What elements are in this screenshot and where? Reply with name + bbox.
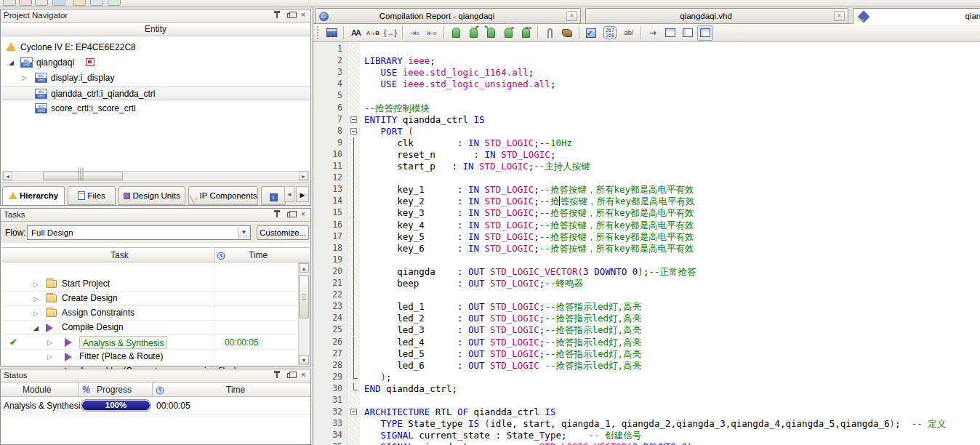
task-row[interactable]: ▷Start Project — [2, 277, 297, 292]
tab-scroll-left-icon[interactable]: ◄ — [284, 186, 294, 202]
close-icon[interactable]: × — [566, 11, 577, 21]
tab-scroll-right-icon[interactable]: ► — [296, 186, 309, 202]
macro-icon[interactable] — [559, 25, 575, 41]
float-icon[interactable] — [285, 371, 295, 380]
toolbar-icon-partial[interactable] — [19, 0, 32, 6]
tree-item[interactable]: ◢abcVHDqiangdaqi — [1, 55, 310, 70]
code-line[interactable]: led_6 : OUT STD_LOGIC --抢答指示led灯,高亮 — [364, 360, 641, 372]
unindent-icon[interactable]: ⇤≡ — [424, 25, 440, 41]
time-column-header[interactable]: Time — [249, 248, 268, 262]
indent-icon[interactable]: ⇥≡ — [406, 25, 422, 41]
progress-column-header[interactable]: Progress — [97, 382, 132, 397]
scroll-up-icon[interactable]: ▲ — [299, 263, 309, 273]
customize-button[interactable]: Customize... — [257, 225, 309, 240]
code-line[interactable]: key_5 : IN STD_LOGIC;--抢答按键，所有key都是高电平有效 — [364, 231, 694, 244]
code-line[interactable]: TYPE State_type IS (idle, start, qiangda… — [364, 418, 946, 430]
code-line[interactable]: led_5 : OUT STD_LOGIC;--抢答指示led灯,高亮 — [364, 348, 641, 361]
float-icon[interactable] — [285, 11, 295, 20]
code-line[interactable]: LIBRARY ieee; — [364, 55, 435, 66]
tree-item[interactable]: abcVHDscore_crtl:i_score_crtl — [1, 101, 310, 116]
close-icon[interactable]: × — [298, 210, 308, 220]
code-line[interactable]: --抢答控制模块 — [364, 103, 430, 115]
expand-icon[interactable]: ▷ — [33, 277, 39, 292]
code-line[interactable]: led_3 : OUT STD_LOGIC;--抢答指示led灯,高亮 — [364, 324, 641, 337]
code-line[interactable]: led_4 : OUT STD_LOGIC;--抢答指示led灯,高亮 — [364, 337, 641, 349]
code-line[interactable]: END qiandda_ctrl; — [364, 383, 457, 394]
code-line[interactable]: start_p : IN STD_LOGIC;--主持人按键 — [364, 161, 590, 173]
toolbar-icon-partial[interactable] — [35, 0, 48, 6]
time-column-header[interactable]: Time — [226, 382, 245, 397]
task-row[interactable]: ▷Create Design — [2, 292, 297, 306]
tab-hierarchy[interactable]: Hierarchy — [2, 186, 65, 205]
navigator-hscrollbar[interactable]: ◄ ► — [2, 171, 309, 181]
code-line[interactable]: USE ieee.std_logic_1164.all; — [364, 67, 534, 78]
collapse-icon[interactable]: ◢ — [9, 55, 14, 70]
syntax-check-icon[interactable]: ✓ — [583, 25, 599, 41]
flow-dropdown[interactable]: Full Design ▼ — [27, 225, 251, 240]
editor-tab[interactable]: qiangdaqi.vhd× — [585, 8, 848, 24]
task-row[interactable]: ◢Compile Design — [2, 321, 297, 335]
tab-design-units[interactable]: Design Units — [119, 186, 185, 205]
scrollbar-thumb[interactable] — [299, 275, 309, 318]
expand-icon[interactable]: ▷ — [47, 335, 52, 350]
pin-icon[interactable] — [272, 11, 282, 20]
toolbar-icon-partial[interactable] — [52, 0, 65, 6]
task-row[interactable]: ▷Assign Constraints — [2, 306, 297, 321]
attach-icon[interactable] — [542, 25, 558, 41]
match-brace-icon[interactable]: {→} — [382, 25, 398, 41]
collapse-icon[interactable]: ◢ — [33, 321, 39, 335]
module-column-header[interactable]: Module — [23, 382, 51, 397]
bookmark-toggle-icon[interactable] — [448, 25, 464, 41]
fold-collapse-icon[interactable] — [350, 116, 357, 123]
fold-collapse-icon[interactable] — [350, 409, 357, 415]
code-line[interactable]: key_3 : IN STD_LOGIC;--抢答按键，所有key都是高电平有效 — [364, 207, 694, 220]
code-line[interactable]: beep : OUT STD_LOGIC;--蜂鸣器 — [364, 278, 583, 290]
close-icon[interactable]: × — [298, 11, 308, 20]
code-line[interactable]: clk : IN STD_LOGIC;--10Hz — [364, 137, 572, 148]
scrollbar-thumb[interactable] — [43, 172, 123, 180]
pin-icon[interactable] — [272, 210, 282, 220]
pane-right-icon[interactable] — [680, 25, 696, 41]
code-line[interactable]: ENTITY qiandda_ctrl IS — [364, 114, 485, 125]
bookmark-delete-icon[interactable]: × — [500, 25, 516, 41]
bookmark-previous-icon[interactable]: ↰ — [483, 25, 499, 41]
scroll-left-icon[interactable]: ◄ — [3, 172, 12, 180]
register-window-icon[interactable] — [324, 25, 340, 41]
pane-full-icon[interactable] — [697, 25, 713, 41]
tab-ip-components[interactable]: IP Components — [188, 186, 258, 205]
code-line[interactable]: PORT ( — [364, 126, 414, 137]
code-line[interactable]: key_1 : IN STD_LOGIC;--抢答按键，所有key都是高电平有效 — [364, 184, 694, 196]
close-icon[interactable]: × — [834, 11, 845, 21]
bookmark-next-icon[interactable]: ↱ — [465, 25, 481, 41]
pane-bottom-icon[interactable] — [662, 25, 678, 41]
toolbar-icon-partial[interactable] — [73, 0, 86, 6]
bookmark-delete-all-icon[interactable]: ×× — [518, 25, 534, 41]
entity-column-header[interactable]: Entity — [1, 23, 310, 36]
tree-item-selected[interactable]: abcVHDqiandda_ctrl:i_qiandda_ctrl — [1, 86, 310, 100]
code-line[interactable]: ARCHITECTURE RTL OF qiandda_ctrl IS — [364, 406, 555, 417]
tab-files[interactable]: Files — [68, 186, 116, 205]
task-column-header[interactable]: Task — [111, 248, 129, 262]
pin-icon[interactable] — [272, 371, 282, 380]
close-icon[interactable]: × — [298, 371, 308, 380]
code-line[interactable]: led_2 : OUT STD_LOGIC;--抢答指示led灯,高亮 — [364, 313, 641, 325]
task-row[interactable]: ▷Fitter (Place & Route) — [2, 350, 297, 364]
code-line[interactable]: key_2 : IN STD_LOGIC;--抢答按键，所有key都是高电平有效 — [364, 196, 694, 208]
expand-icon[interactable]: ▷ — [22, 71, 27, 85]
code-line[interactable]: key_6 : IN STD_LOGIC;--抢答按键，所有key都是高电平有效 — [364, 243, 694, 255]
float-icon[interactable] — [285, 210, 295, 220]
tab-revisions[interactable]: 1 — [261, 186, 286, 205]
editor-tab[interactable]: Compilation Report - qiangdaqi× — [315, 8, 581, 24]
code-line[interactable]: key_4 : IN STD_LOGIC;--抢答按键，所有key都是高电平有效 — [364, 220, 694, 232]
code-line[interactable]: USE ieee.std_logic_unsigned.all; — [364, 79, 555, 89]
code-line[interactable]: SIGNAL current_state : State_Type; -- 创建… — [364, 430, 641, 442]
line-count-indicator[interactable]: 267268 — [601, 25, 619, 41]
toolbar-icon-partial[interactable] — [108, 0, 121, 6]
expand-icon[interactable]: ▷ — [47, 350, 52, 364]
tree-item[interactable]: ▷abcVHDdisplay:i_display — [1, 71, 310, 85]
code-editor[interactable]: LIBRARY ieee; USE ieee.std_logic_1164.al… — [360, 42, 980, 445]
toolbar-icon-partial[interactable] — [90, 0, 103, 6]
expand-icon[interactable]: ▷ — [33, 306, 39, 321]
editor-tab[interactable]: abcqiandd — [853, 8, 980, 24]
code-line[interactable]: ); — [364, 372, 392, 382]
